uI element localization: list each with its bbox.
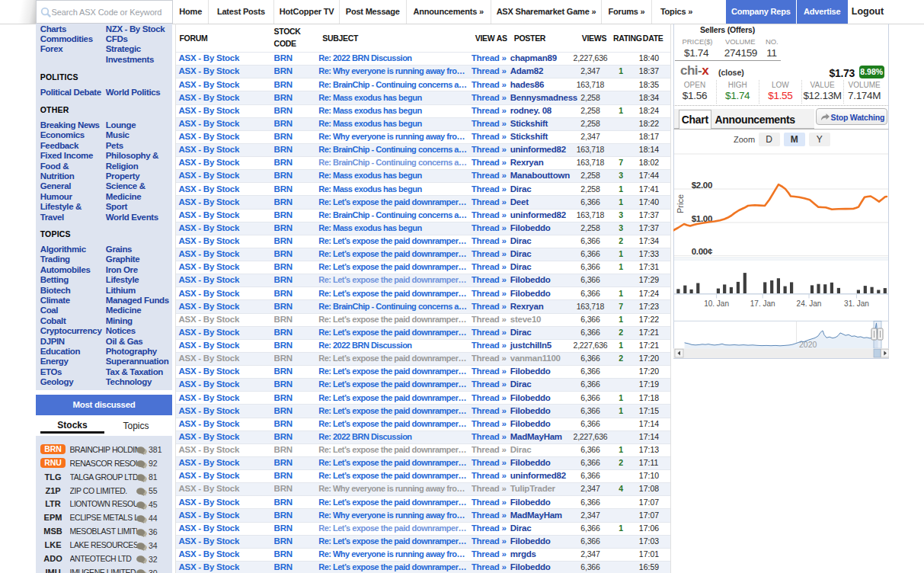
svg-text:Price: Price (676, 194, 685, 213)
svg-text:$2.00: $2.00 (692, 181, 712, 190)
svg-text:31. Jan: 31. Jan (844, 299, 869, 308)
svg-text:10. Jan: 10. Jan (704, 299, 729, 308)
svg-text:24. Jan: 24. Jan (797, 299, 822, 308)
svg-text:17. Jan: 17. Jan (750, 299, 775, 308)
svg-text:0.00¢: 0.00¢ (692, 247, 713, 256)
